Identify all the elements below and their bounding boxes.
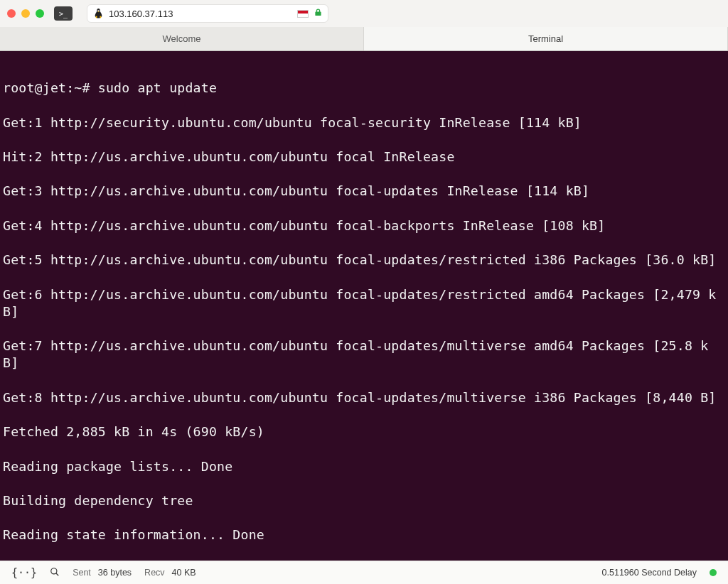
address-bar[interactable]: 103.160.37.113 (87, 4, 328, 23)
output-line: Get:5 http://us.archive.ubuntu.com/ubunt… (3, 252, 724, 269)
tab-label: Terminal (528, 33, 563, 44)
recv-label: Recv (144, 568, 164, 578)
tab-welcome[interactable]: Welcome (0, 27, 364, 50)
output-line: Get:8 http://us.archive.ubuntu.com/ubunt… (3, 389, 724, 406)
close-button[interactable] (7, 9, 16, 18)
tab-terminal[interactable]: Terminal (364, 27, 728, 50)
output-line: Get:7 http://us.archive.ubuntu.com/ubunt… (3, 337, 724, 372)
terminal-area[interactable]: root@jet:~# sudo apt update Get:1 http:/… (0, 51, 728, 561)
linux-icon (93, 9, 103, 18)
output-line: Building dependency tree (3, 492, 724, 509)
zoom-button[interactable] (36, 9, 44, 18)
delay-text: 0.511960 Second Delay (602, 568, 697, 578)
output-line: Get:3 http://us.archive.ubuntu.com/ubunt… (3, 183, 724, 200)
address-text: 103.160.37.113 (109, 9, 291, 19)
output-line: Get:6 http://us.archive.ubuntu.com/ubunt… (3, 286, 724, 320)
braces-icon[interactable]: {··} (11, 566, 37, 579)
output-line: Hit:2 http://us.archive.ubuntu.com/ubunt… (3, 148, 724, 166)
output-line: Reading package lists... Done (3, 458, 724, 475)
svg-point-1 (97, 10, 98, 11)
sent-segment: Sent 36 bytes (73, 568, 132, 578)
sent-label: Sent (73, 568, 91, 578)
output-line: Reading state information... Done (3, 526, 724, 544)
tab-label: Welcome (163, 33, 201, 44)
svg-point-2 (98, 10, 99, 11)
prompt-line: root@jet:~# sudo apt update (3, 80, 724, 97)
output-line: Get:1 http://security.ubuntu.com/ubuntu … (3, 114, 724, 131)
svg-line-4 (56, 573, 59, 575)
country-flag-icon (297, 10, 309, 18)
svg-point-3 (51, 568, 57, 573)
output-line: Fetched 2,885 kB in 4s (690 kB/s) (3, 423, 724, 440)
tab-bar: Welcome Terminal (0, 27, 728, 51)
output-line: Get:4 http://us.archive.ubuntu.com/ubunt… (3, 217, 724, 234)
lock-icon (314, 8, 322, 19)
recv-segment: Recv 40 KB (144, 568, 196, 578)
traffic-lights (7, 9, 44, 18)
terminal-icon[interactable]: >_ (54, 6, 73, 21)
connection-status-icon (710, 569, 717, 576)
recv-value: 40 KB (172, 568, 196, 578)
minimize-button[interactable] (21, 9, 30, 18)
search-icon[interactable] (50, 567, 60, 579)
terminal-icon-glyph: >_ (59, 10, 68, 18)
status-bar: {··} Sent 36 bytes Recv 40 KB 0.511960 S… (0, 561, 728, 584)
sent-value: 36 bytes (98, 568, 132, 578)
window-titlebar: >_ 103.160.37.113 (0, 0, 728, 27)
